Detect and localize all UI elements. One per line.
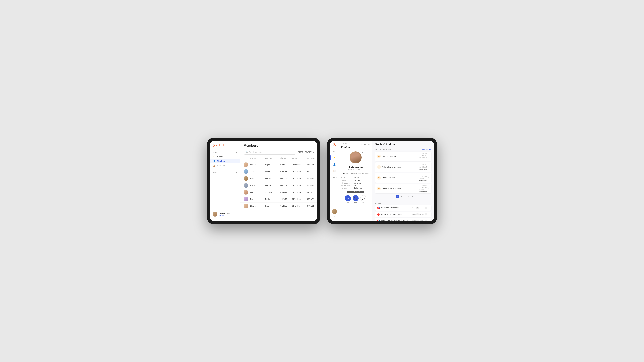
profile-next-huddle: Next huddle: May 7, 2022: [347, 169, 364, 170]
goals-section-label: GOALS: [375, 202, 431, 204]
expand-icon[interactable]: ▾: [428, 166, 429, 168]
action-card[interactable]: ⊙ Make follow-up appointment DUE BY 04/1…: [375, 162, 431, 172]
expand-icon[interactable]: ▾: [428, 155, 429, 157]
goal-item[interactable]: 🎯 Sleep better and wake up refreshed Not…: [375, 218, 431, 221]
sidebar-item-resources[interactable]: 📋 Resources: [210, 163, 240, 168]
goal-icon: 🎯: [377, 207, 380, 209]
tablet-members: circulo PLAN ▲ ⚡ Actions 👤 Members: [207, 138, 320, 224]
action-icon: ⊙: [377, 165, 381, 169]
avatar: [244, 169, 248, 174]
table-row[interactable]: Eleanor Rigby 07/22/65 Clifton Park 04/1…: [240, 161, 317, 168]
svg-point-1: [214, 145, 215, 146]
svg-point-3: [334, 144, 335, 145]
page-4[interactable]: 4: [407, 195, 410, 198]
profile-avatar: [350, 151, 362, 163]
email-button[interactable]: ✉: [345, 195, 351, 201]
text-button[interactable]: 💬: [360, 195, 366, 201]
page-1[interactable]: 1: [396, 195, 399, 198]
profile-avatar-wrap: ✏: [350, 151, 362, 165]
main-content: Members 🔍 Search members FILTER LOCATION…: [240, 141, 317, 221]
action-card[interactable]: ⊙ Draft an excercise routine DUE BY 04/1…: [375, 184, 431, 193]
tab-details[interactable]: DETAILS: [341, 172, 350, 175]
user-info: Thomas Jones sign out: [219, 213, 230, 216]
filter-button[interactable]: FILTER LOCATION ≡: [298, 151, 314, 153]
action-icon: ⊙: [377, 176, 381, 180]
goal-icon: 🎯: [377, 213, 380, 216]
tablet-profile: PLAN ▾ ⚡ 👤 📋 CHAT ▾ ↪: [327, 138, 437, 224]
active-indicator: [330, 155, 330, 160]
profile-details: Birthdate 08/22/78 Location Clifton Park…: [341, 177, 370, 190]
expand-icon[interactable]: ▾: [428, 188, 429, 189]
filter-icon: ≡: [313, 151, 314, 153]
search-filter-row: 🔍 Search members FILTER LOCATION ≡: [240, 150, 317, 157]
plan-section-label: PLAN ▲: [210, 150, 240, 154]
sidebar-user: Thomas Jones sign out: [210, 210, 240, 219]
back-link[interactable]: ← Back to members: [341, 143, 354, 145]
next-page[interactable]: ›: [411, 195, 414, 198]
tab-health[interactable]: HEALTH + MOTIVATORS: [350, 172, 370, 175]
chat-label: CHAT ▾: [332, 177, 337, 178]
sidebar-item-actions[interactable]: ⚡ Actions: [210, 154, 240, 159]
profile-page-title: Profile: [341, 146, 350, 149]
chat-section-label: CHAT ▼: [210, 171, 240, 174]
avatar: [244, 176, 248, 181]
unlinked-action-label: UNLINKED ACTION + add action: [375, 148, 431, 150]
goal-chevron: ›: [429, 207, 429, 209]
table-row[interactable]: John Smith 02/07/88 Clifton Park n/a 1 ›: [240, 168, 317, 175]
goal-chevron: ›: [429, 220, 429, 221]
app-logo: [333, 143, 336, 146]
avatar: [244, 162, 248, 167]
logout-icon[interactable]: ↪: [334, 215, 336, 218]
person-icon[interactable]: 👤: [332, 162, 337, 167]
user-avatar: [213, 212, 217, 217]
resources-icon: 📋: [213, 164, 215, 167]
right-sidebar: PLAN ▾ ⚡ 👤 📋 CHAT ▾ ↪: [330, 141, 339, 221]
action-buttons: ✉ Email 📞 Call 💬 Text: [345, 195, 366, 203]
avatar: [244, 183, 248, 188]
lightning-icon[interactable]: ⚡: [332, 155, 337, 160]
logo-text: circulo: [218, 144, 226, 147]
members-icon: 👤: [213, 160, 216, 162]
sidebar-item-members[interactable]: 👤 Members: [210, 159, 240, 163]
avatar: [244, 197, 248, 201]
profile-panel: ← Back to members Link to canvas ↗ Profi…: [339, 141, 372, 221]
call-button[interactable]: 📞: [352, 195, 358, 201]
edit-profile-icon[interactable]: ✏: [362, 151, 363, 153]
search-icon: 🔍: [246, 151, 248, 153]
action-icon: ⊙: [377, 155, 381, 158]
profile-name: Linda Belcher: [348, 166, 363, 169]
table-row[interactable]: Eleanor Rigby 07.22.65 Clifton Park 04/1…: [240, 203, 317, 210]
page-3[interactable]: 3: [404, 195, 406, 198]
sidebar: circulo PLAN ▲ ⚡ Actions 👤 Members: [210, 141, 240, 221]
user-avatar-bottom: [332, 209, 337, 214]
search-box[interactable]: 🔍 Search members: [244, 150, 296, 155]
logo: circulo: [210, 143, 240, 150]
divider: [375, 200, 431, 200]
table-row[interactable]: Roz Doyle 11/26/79 Clifton Park 06/08/22…: [240, 196, 317, 203]
avatar: [244, 204, 248, 208]
goals-panel: Goals & Actions UNLINKED ACTION + add ac…: [372, 141, 434, 221]
table-header: First name ▾ Last name ▾ Birthdate ▾ Loc…: [240, 157, 317, 161]
add-action-link[interactable]: + add action: [421, 148, 431, 150]
link-canvas[interactable]: Link to canvas ↗: [360, 144, 370, 145]
page-2[interactable]: 2: [400, 195, 403, 198]
action-icon: ⊙: [377, 187, 381, 190]
book-icon[interactable]: 📋: [332, 169, 337, 173]
goal-item[interactable]: 🎯 Be able to walk one mile Notes 2 Actio…: [375, 205, 431, 211]
action-card[interactable]: ⊙ Draft a meal plan DUE BY 04/17/22 ASSI…: [375, 173, 431, 183]
goal-chevron: ›: [429, 213, 429, 215]
page-title: Members: [240, 141, 317, 150]
expand-icon[interactable]: ▾: [428, 177, 429, 179]
table-row[interactable]: Harold Berman 08/27/89 Clifton Park 04/0…: [240, 182, 317, 189]
table-row[interactable]: Edie Johnson 01/30/71 Clifton Park 04/25…: [240, 189, 317, 196]
action-card[interactable]: ⊙ Refer a health coach DUE BY 04/17/22 A…: [375, 151, 431, 161]
profile-tabs: DETAILS HEALTH + MOTIVATORS: [341, 172, 370, 175]
actions-icon: ⚡: [213, 155, 215, 157]
goal-icon: 🎯: [377, 219, 380, 221]
prev-page[interactable]: ‹: [392, 195, 396, 198]
goals-actions-title: Goals & Actions: [375, 143, 431, 146]
table-row[interactable]: Linda Belcher 04/24/56 Clifton Park 05/0…: [240, 175, 317, 182]
pagination: ‹ 1 2 3 4 ›: [375, 195, 431, 198]
goal-item[interactable]: 🎯 Create a better nutrition plan Notes 3…: [375, 212, 431, 217]
avatar: [244, 190, 248, 195]
